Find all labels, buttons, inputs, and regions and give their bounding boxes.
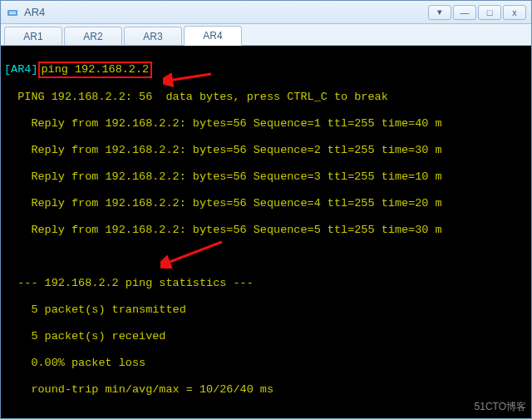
ping-stat: 5 packet(s) transmitted xyxy=(4,303,528,317)
ping-reply: Reply from 192.168.2.2: bytes=56 Sequenc… xyxy=(4,144,528,157)
ping-header-1: PING 192.168.2.2: 56 data bytes, press C… xyxy=(4,91,528,104)
annotation-arrow-1 xyxy=(163,46,214,124)
ping-reply: Reply from 192.168.2.2: bytes=56 Sequenc… xyxy=(4,170,528,184)
tab-ar1[interactable]: AR1 xyxy=(4,27,62,45)
help-button[interactable]: ▾ xyxy=(428,5,451,20)
prompt-device: [AR4] xyxy=(4,63,38,76)
ping-reply: Reply from 192.168.2.2: bytes=56 Sequenc… xyxy=(4,117,528,131)
blank-line xyxy=(4,410,528,418)
ping-reply: Reply from 192.168.2.2: bytes=56 Sequenc… xyxy=(4,197,528,210)
window-controls: ▾ — □ x xyxy=(428,5,526,20)
svg-rect-2 xyxy=(9,13,16,14)
terminal[interactable]: [AR4]ping 192.168.2.2 PING 192.168.2.2: … xyxy=(1,46,531,418)
svg-rect-0 xyxy=(7,10,17,16)
ping-reply: Reply from 192.168.2.2: bytes=56 Sequenc… xyxy=(4,224,528,237)
highlight-command-1: ping 192.168.2.2 xyxy=(38,62,153,78)
ping-stat: round-trip min/avg/max = 10/26/40 ms xyxy=(4,383,528,397)
app-window: AR4 ▾ — □ x AR1 AR2 AR3 AR4 [AR4]ping 19… xyxy=(0,0,532,419)
ping-stat: 5 packet(s) received xyxy=(4,330,528,343)
tab-bar: AR1 AR2 AR3 AR4 xyxy=(1,24,531,46)
app-icon xyxy=(6,6,19,19)
window-title: AR4 xyxy=(24,6,428,18)
titlebar: AR4 ▾ — □ x xyxy=(1,1,531,24)
tab-ar4[interactable]: AR4 xyxy=(184,26,242,46)
blank-line xyxy=(4,250,528,264)
close-button[interactable]: x xyxy=(503,5,526,20)
tab-ar3[interactable]: AR3 xyxy=(124,27,182,45)
ping-stat: 0.00% packet loss xyxy=(4,357,528,370)
maximize-button[interactable]: □ xyxy=(478,5,501,20)
svg-rect-1 xyxy=(9,12,16,12)
ping-stats-header: --- 192.168.2.2 ping statistics --- xyxy=(4,277,528,290)
tab-ar2[interactable]: AR2 xyxy=(64,27,122,45)
minimize-button[interactable]: — xyxy=(453,5,476,20)
